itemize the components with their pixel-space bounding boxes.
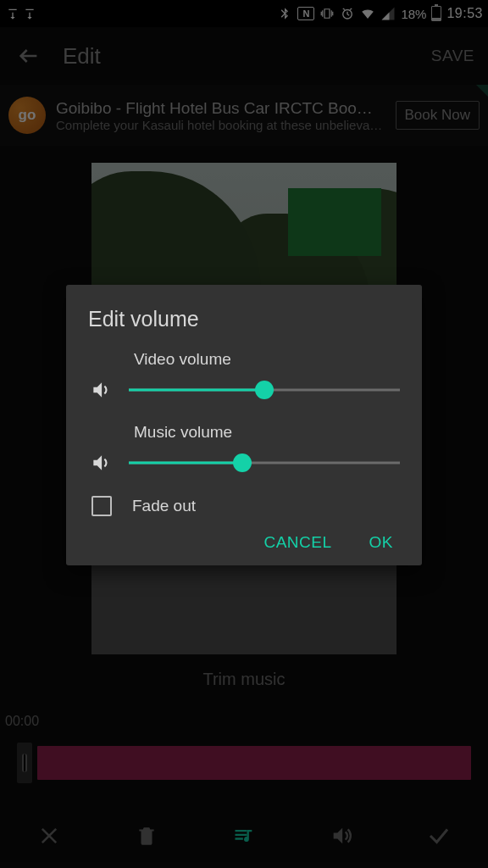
dialog-title: Edit volume [88,307,400,331]
video-volume-label: Video volume [134,350,400,369]
dialog-cancel-button[interactable]: CANCEL [263,533,331,552]
edit-volume-dialog: Edit volume Video volume Music volume [66,285,422,565]
dialog-ok-button[interactable]: OK [369,533,393,552]
fade-out-label: Fade out [132,497,196,515]
fade-out-checkbox[interactable] [92,496,112,516]
music-volume-slider[interactable] [129,453,400,473]
video-volume-slider[interactable] [129,380,400,400]
speaker-icon [88,377,114,403]
speaker-icon [88,450,114,476]
music-volume-label: Music volume [134,423,400,442]
